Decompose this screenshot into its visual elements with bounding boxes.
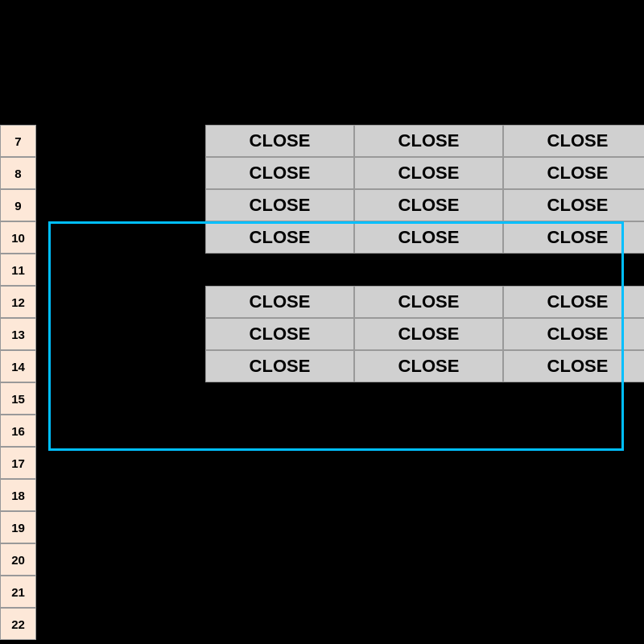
grid-row: 8CLOSECLOSECLOSE <box>0 157 644 189</box>
row-header-17: 17 <box>0 447 36 479</box>
row-header-19: 19 <box>0 511 36 543</box>
row-header-11: 11 <box>0 254 36 286</box>
grid-row: 11 <box>0 254 644 286</box>
cell-empty-21-2 <box>354 576 503 608</box>
cell-empty-16-3 <box>503 415 644 447</box>
cell-12-1[interactable]: CLOSE <box>205 286 354 318</box>
cell-empty-16-1 <box>205 415 354 447</box>
grid-row: 16 <box>0 415 644 447</box>
cell-empty-17-1 <box>205 447 354 479</box>
row-header-8: 8 <box>0 157 36 189</box>
row-spacer <box>36 415 205 447</box>
row-header-18: 18 <box>0 479 36 511</box>
row-header-9: 9 <box>0 189 36 221</box>
cell-empty-15-1 <box>205 382 354 415</box>
cell-empty-22-2 <box>354 608 503 640</box>
row-header-20: 20 <box>0 543 36 576</box>
cell-empty-15-3 <box>503 382 644 415</box>
row-spacer <box>36 543 205 576</box>
cell-empty-19-2 <box>354 511 503 543</box>
cell-empty-22-3 <box>503 608 644 640</box>
grid-row: 18 <box>0 479 644 511</box>
cell-empty-16-2 <box>354 415 503 447</box>
cell-9-2[interactable]: CLOSE <box>354 189 503 221</box>
row-spacer <box>36 511 205 543</box>
row-spacer <box>36 479 205 511</box>
cell-12-3[interactable]: CLOSE <box>503 286 644 318</box>
cell-empty-17-2 <box>354 447 503 479</box>
cell-empty-20-1 <box>205 543 354 576</box>
cell-empty-21-3 <box>503 576 644 608</box>
cell-empty-20-2 <box>354 543 503 576</box>
cell-7-2[interactable]: CLOSE <box>354 125 503 157</box>
cell-8-3[interactable]: CLOSE <box>503 157 644 189</box>
cell-empty-20-3 <box>503 543 644 576</box>
grid-row: 13CLOSECLOSECLOSE <box>0 318 644 350</box>
cell-10-1[interactable]: CLOSE <box>205 221 354 254</box>
cell-empty-18-2 <box>354 479 503 511</box>
grid-row: 9CLOSECLOSECLOSE <box>0 189 644 221</box>
row-header-16: 16 <box>0 415 36 447</box>
row-spacer <box>36 608 205 640</box>
cell-13-1[interactable]: CLOSE <box>205 318 354 350</box>
cell-empty-22-1 <box>205 608 354 640</box>
row-spacer <box>36 189 205 221</box>
grid-row: 21 <box>0 576 644 608</box>
row-spacer <box>36 125 205 157</box>
grid-row: 7CLOSECLOSECLOSE <box>0 125 644 157</box>
cell-empty-18-1 <box>205 479 354 511</box>
cell-empty-17-3 <box>503 447 644 479</box>
grid-row: 22 <box>0 608 644 640</box>
cell-13-2[interactable]: CLOSE <box>354 318 503 350</box>
row-spacer <box>36 382 205 415</box>
grid-row: 10CLOSECLOSECLOSE <box>0 221 644 254</box>
grid-row: 19 <box>0 511 644 543</box>
cell-empty-19-3 <box>503 511 644 543</box>
cell-empty-18-3 <box>503 479 644 511</box>
cell-empty-11-1 <box>205 254 354 286</box>
cell-13-3[interactable]: CLOSE <box>503 318 644 350</box>
row-spacer <box>36 221 205 254</box>
grid-row: 20 <box>0 543 644 576</box>
row-header-12: 12 <box>0 286 36 318</box>
grid-container: 7CLOSECLOSECLOSE8CLOSECLOSECLOSE9CLOSECL… <box>0 125 644 640</box>
cell-10-3[interactable]: CLOSE <box>503 221 644 254</box>
cell-empty-19-1 <box>205 511 354 543</box>
cell-9-1[interactable]: CLOSE <box>205 189 354 221</box>
cell-14-3[interactable]: CLOSE <box>503 350 644 382</box>
cell-8-1[interactable]: CLOSE <box>205 157 354 189</box>
cell-14-2[interactable]: CLOSE <box>354 350 503 382</box>
row-spacer <box>36 254 205 286</box>
grid-row: 14CLOSECLOSECLOSE <box>0 350 644 382</box>
cell-10-2[interactable]: CLOSE <box>354 221 503 254</box>
row-header-14: 14 <box>0 350 36 382</box>
grid-row: 12CLOSECLOSECLOSE <box>0 286 644 318</box>
row-header-22: 22 <box>0 608 36 640</box>
cell-12-2[interactable]: CLOSE <box>354 286 503 318</box>
row-spacer <box>36 286 205 318</box>
cell-9-3[interactable]: CLOSE <box>503 189 644 221</box>
row-header-15: 15 <box>0 382 36 415</box>
row-spacer <box>36 350 205 382</box>
cell-empty-21-1 <box>205 576 354 608</box>
row-spacer <box>36 157 205 189</box>
row-spacer <box>36 447 205 479</box>
cell-empty-11-2 <box>354 254 503 286</box>
row-header-13: 13 <box>0 318 36 350</box>
row-header-10: 10 <box>0 221 36 254</box>
grid-row: 15 <box>0 382 644 415</box>
row-spacer <box>36 576 205 608</box>
row-spacer <box>36 318 205 350</box>
cell-7-1[interactable]: CLOSE <box>205 125 354 157</box>
cell-8-2[interactable]: CLOSE <box>354 157 503 189</box>
row-header-21: 21 <box>0 576 36 608</box>
cell-14-1[interactable]: CLOSE <box>205 350 354 382</box>
row-header-7: 7 <box>0 125 36 157</box>
cell-empty-11-3 <box>503 254 644 286</box>
cell-7-3[interactable]: CLOSE <box>503 125 644 157</box>
cell-empty-15-2 <box>354 382 503 415</box>
grid-row: 17 <box>0 447 644 479</box>
